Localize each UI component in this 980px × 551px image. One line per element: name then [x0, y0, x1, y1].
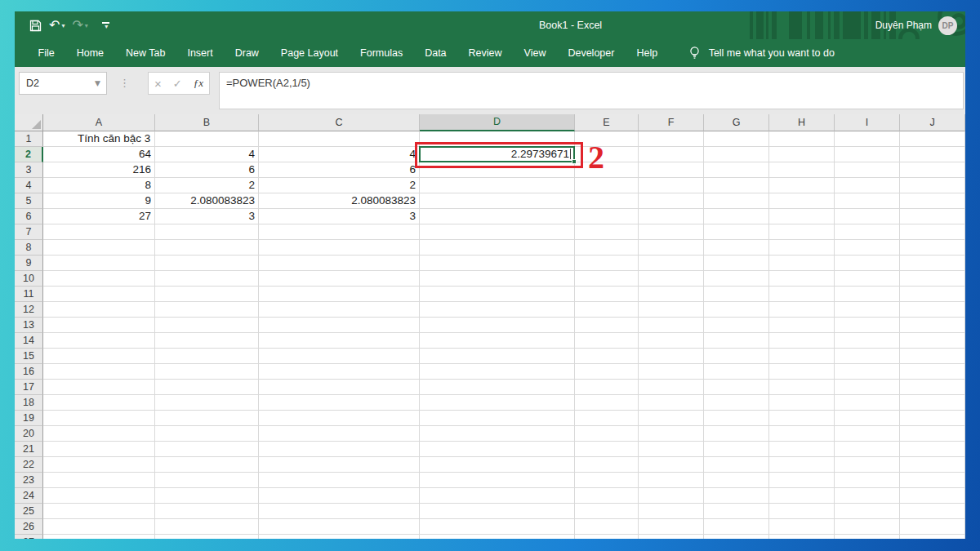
account-area[interactable]: Duyên Phạm DP [875, 11, 957, 39]
cell-E4[interactable] [575, 178, 639, 193]
row-header-26[interactable]: 26 [15, 519, 43, 535]
cell-G16[interactable] [704, 364, 769, 380]
tab-insert[interactable]: Insert [176, 39, 224, 67]
cell-J10[interactable] [900, 271, 965, 287]
row-header-3[interactable]: 3 [15, 162, 43, 178]
cell-I23[interactable] [835, 473, 900, 488]
cell-G11[interactable] [704, 287, 769, 302]
row-header-7[interactable]: 7 [15, 224, 43, 240]
cell-I17[interactable] [835, 380, 900, 395]
cell-C4[interactable]: 2 [259, 178, 420, 193]
cell-E13[interactable] [575, 318, 639, 333]
cell-J14[interactable] [900, 333, 965, 349]
cell-F15[interactable] [639, 349, 704, 364]
cell-G23[interactable] [704, 473, 769, 488]
cell-H3[interactable] [769, 162, 835, 178]
cell-J6[interactable] [900, 209, 965, 224]
tab-view[interactable]: View [513, 39, 557, 67]
cell-F6[interactable] [639, 209, 704, 224]
cell-C22[interactable] [259, 457, 420, 473]
cell-G2[interactable] [704, 147, 769, 162]
cell-B1[interactable] [155, 131, 259, 147]
cell-G17[interactable] [704, 380, 769, 395]
cell-H26[interactable] [769, 519, 835, 535]
cell-I8[interactable] [835, 240, 900, 256]
cell-F19[interactable] [639, 411, 704, 426]
row-header-9[interactable]: 9 [15, 256, 43, 271]
row-header-14[interactable]: 14 [15, 333, 43, 349]
cell-D6[interactable] [420, 209, 575, 224]
cell-A14[interactable] [43, 333, 155, 349]
cell-G19[interactable] [704, 411, 769, 426]
cell-D17[interactable] [420, 380, 575, 395]
cell-B15[interactable] [155, 349, 259, 364]
cell-F17[interactable] [639, 380, 704, 395]
cell-I5[interactable] [835, 193, 900, 209]
cell-B17[interactable] [155, 380, 259, 395]
tab-file[interactable]: File [27, 39, 65, 67]
cell-J5[interactable] [900, 193, 965, 209]
row-header-10[interactable]: 10 [15, 271, 43, 287]
column-header-J[interactable]: J [900, 114, 965, 131]
cell-C10[interactable] [259, 271, 420, 287]
cell-H14[interactable] [769, 333, 835, 349]
insert-function-icon[interactable]: ƒx [194, 77, 203, 90]
name-box-dropdown-icon[interactable]: ▼ [95, 73, 100, 94]
cell-C5[interactable]: 2.080083823 [259, 193, 420, 209]
tab-new-tab[interactable]: New Tab [115, 39, 176, 67]
cell-G8[interactable] [704, 240, 769, 256]
cell-H19[interactable] [769, 411, 835, 426]
cell-C6[interactable]: 3 [259, 209, 420, 224]
cell-B21[interactable] [155, 442, 259, 457]
cell-B4[interactable]: 2 [155, 178, 259, 193]
cell-D14[interactable] [420, 333, 575, 349]
cell-D7[interactable] [420, 224, 575, 240]
row-header-27[interactable]: 27 [15, 535, 43, 539]
cell-F11[interactable] [639, 287, 704, 302]
cell-D25[interactable] [420, 504, 575, 519]
cell-J21[interactable] [900, 442, 965, 457]
cell-E2[interactable] [575, 147, 639, 162]
cell-H21[interactable] [769, 442, 835, 457]
cell-A20[interactable] [43, 426, 155, 442]
cell-I24[interactable] [835, 488, 900, 504]
cell-J25[interactable] [900, 504, 965, 519]
cell-F18[interactable] [639, 395, 704, 411]
cell-C17[interactable] [259, 380, 420, 395]
cell-H10[interactable] [769, 271, 835, 287]
row-header-23[interactable]: 23 [15, 473, 43, 488]
cell-G12[interactable] [704, 302, 769, 318]
cell-B8[interactable] [155, 240, 259, 256]
tab-help[interactable]: Help [626, 39, 669, 67]
cell-I4[interactable] [835, 178, 900, 193]
cell-I16[interactable] [835, 364, 900, 380]
cell-G5[interactable] [704, 193, 769, 209]
tab-draw[interactable]: Draw [224, 39, 270, 67]
cell-B22[interactable] [155, 457, 259, 473]
cell-J23[interactable] [900, 473, 965, 488]
cell-G20[interactable] [704, 426, 769, 442]
cell-C24[interactable] [259, 488, 420, 504]
tab-home[interactable]: Home [65, 39, 114, 67]
cell-J22[interactable] [900, 457, 965, 473]
cell-H8[interactable] [769, 240, 835, 256]
cell-H2[interactable] [769, 147, 835, 162]
cell-D8[interactable] [420, 240, 575, 256]
cell-F10[interactable] [639, 271, 704, 287]
cell-J12[interactable] [900, 302, 965, 318]
row-header-6[interactable]: 6 [15, 209, 43, 224]
cell-I7[interactable] [835, 224, 900, 240]
cell-F23[interactable] [639, 473, 704, 488]
cell-D5[interactable] [420, 193, 575, 209]
formula-input[interactable]: =POWER(A2,1/5) [219, 72, 964, 109]
cell-I3[interactable] [835, 162, 900, 178]
cell-H18[interactable] [769, 395, 835, 411]
cell-F1[interactable] [639, 131, 704, 147]
cell-D23[interactable] [420, 473, 575, 488]
cell-A12[interactable] [43, 302, 155, 318]
cell-C19[interactable] [259, 411, 420, 426]
select-all-button[interactable] [15, 114, 43, 131]
cell-D11[interactable] [420, 287, 575, 302]
cell-D12[interactable] [420, 302, 575, 318]
cell-J9[interactable] [900, 256, 965, 271]
